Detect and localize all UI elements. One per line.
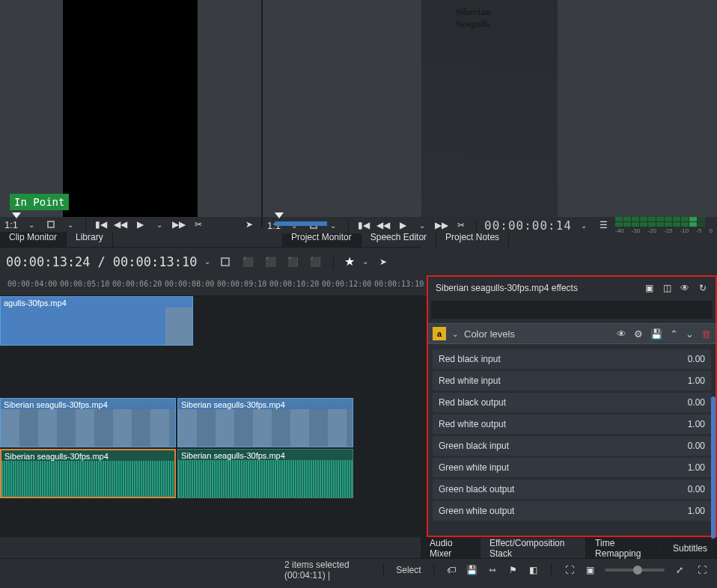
status-bar: 2 items selected (00:04:11) | Select 🏷 💾…	[0, 558, 717, 581]
timeline-sep: /	[98, 254, 106, 269]
effect-group-name: Color levels	[464, 328, 515, 340]
param-row[interactable]: Green black input0.00	[433, 436, 711, 456]
hamburger-icon[interactable]: ☰	[596, 218, 611, 233]
param-row[interactable]: Red white input1.00	[433, 371, 711, 391]
clip-video-2a[interactable]: Siberian seagulls-30fps.mp4	[0, 398, 176, 447]
forward-icon[interactable]: ▶▶	[171, 217, 186, 232]
timeline-ruler[interactable]: 00:00:04:00 00:00:05:10 00:00:06:20 00:0…	[0, 275, 427, 296]
bookmark-icon[interactable]: ◧	[528, 563, 539, 578]
play-dropdown-icon[interactable]: ⌄	[415, 218, 430, 233]
timeline-position[interactable]: 00:00:13:24	[6, 254, 91, 269]
project-monitor-transport: 1:1 ⌄ ⌄ ▮◀ ◀◀ ▶ ⌄ ▶▶ ✂ 00:00:00:14 ⌄ ☰ -…	[263, 217, 717, 233]
play-icon[interactable]: ▶	[132, 217, 147, 232]
overflow-right-icon[interactable]: ➤	[242, 217, 257, 232]
split-view-icon[interactable]: ◫	[662, 283, 672, 293]
timeline-toolbar: 00:00:13:24 / 00:00:13:10 ⌄ ⬛ ⬛ ⬛ ⬛ ★ ⌄ …	[0, 247, 421, 275]
set-in-dropdown-icon[interactable]: ⌄	[326, 218, 341, 233]
project-monitor-panel: Siberian Seagulls 1:1 ⌄ ⌄ ▮◀ ◀◀ ▶ ⌄ ▶▶ ✂…	[263, 0, 717, 226]
effects-scrollbar[interactable]	[711, 396, 716, 539]
play-dropdown-icon[interactable]: ⌄	[152, 217, 167, 232]
visibility-icon[interactable]: 👁	[680, 283, 690, 293]
clip-monitor-panel: In Point 1:1 ⌄ ⌄ ▮◀ ◀◀ ▶ ⌄ ▶▶ ✂ ➤	[0, 0, 263, 226]
tab-effect-stack[interactable]: Effect/Composition Stack	[480, 538, 586, 558]
forward-icon[interactable]: ▶▶	[434, 218, 449, 233]
save-icon[interactable]: 💾	[650, 328, 662, 340]
effects-search[interactable]	[431, 301, 713, 319]
clip-monitor-viewport[interactable]: In Point	[0, 0, 261, 217]
set-in-dropdown-icon[interactable]: ⌄	[63, 217, 78, 232]
visibility-icon[interactable]: 👁	[617, 328, 626, 340]
collapse-icon[interactable]: ⌄	[452, 330, 458, 338]
param-row[interactable]: Green white output1.00	[433, 501, 711, 521]
effect-group-header[interactable]: a ⌄ Color levels 👁 ⚙ 💾 ⌃ ⌄ 🗑	[428, 323, 716, 344]
video-title-overlay: Siberian Seagulls	[456, 6, 524, 30]
param-row[interactable]: Green white input1.00	[433, 458, 711, 477]
save-preset-icon[interactable]: ▣	[644, 283, 654, 293]
zoom-label[interactable]: 1:1	[4, 219, 18, 230]
effects-title: Siberian seagulls-30fps.mp4 effects	[436, 283, 578, 293]
flag-icon[interactable]: ⚑	[507, 563, 519, 578]
tab-time-remapping[interactable]: Time Remapping	[586, 538, 664, 558]
move-down-icon[interactable]: ⌄	[686, 328, 694, 340]
effects-header: Siberian seagulls-30fps.mp4 effects ▣ ◫ …	[428, 277, 716, 299]
favorite-icon[interactable]: ★	[344, 254, 355, 269]
favorite-dropdown-icon[interactable]: ⌄	[362, 257, 368, 266]
playhead-icon[interactable]	[275, 212, 284, 218]
scrubber-range[interactable]	[275, 221, 327, 226]
effect-params-list: Red black input0.00 Red white input1.00 …	[428, 344, 716, 536]
expand-h-icon[interactable]: ⇿	[486, 563, 498, 578]
zoom-fit-icon[interactable]: ⤢	[672, 563, 687, 578]
tool4-icon[interactable]: ⬛	[308, 254, 323, 269]
selection-status: 2 items selected (00:04:11) |	[284, 560, 371, 581]
audio-meter: -40 -30 -20 -15 -10 -5 0	[615, 217, 713, 233]
delete-icon[interactable]: 🗑	[701, 328, 711, 340]
rewind-start-icon[interactable]: ▮◀	[356, 218, 371, 233]
tool2-icon[interactable]: ⬛	[263, 254, 278, 269]
timeline[interactable]: 00:00:04:00 00:00:05:10 00:00:06:20 00:0…	[0, 275, 427, 537]
tool-mode[interactable]: Select	[396, 565, 421, 575]
reset-icon[interactable]: ↻	[698, 283, 708, 293]
play-icon[interactable]: ▶	[395, 218, 410, 233]
rewind-start-icon[interactable]: ▮◀	[94, 217, 109, 232]
save-icon[interactable]: 💾	[466, 563, 478, 578]
move-up-icon[interactable]: ⌃	[670, 328, 678, 340]
clip-audio-2[interactable]: Siberian seagulls-30fps.mp4	[177, 449, 353, 498]
tab-subtitles[interactable]: Subtitles	[664, 538, 717, 558]
playhead-icon[interactable]	[12, 212, 21, 218]
effects-panel: Siberian seagulls-30fps.mp4 effects ▣ ◫ …	[427, 275, 717, 537]
clip-video-1[interactable]: agulls-30fps.mp4	[0, 296, 193, 346]
timecode-dropdown-icon[interactable]: ⌄	[576, 218, 591, 233]
rewind-icon[interactable]: ◀◀	[376, 218, 391, 233]
keyframe-icon[interactable]: ⚙	[634, 328, 643, 340]
in-point-badge: In Point	[10, 194, 69, 210]
fullscreen-icon[interactable]: ⛶	[695, 563, 710, 578]
tab-audio-mixer[interactable]: Audio Mixer	[421, 538, 480, 558]
param-row[interactable]: Red black input0.00	[433, 349, 711, 369]
timeline-duration[interactable]: 00:00:13:10	[113, 254, 198, 269]
timeline-tracks[interactable]: agulls-30fps.mp4 Siberian seagulls-30fps…	[0, 296, 427, 537]
set-in-icon[interactable]	[43, 217, 58, 232]
rewind-icon[interactable]: ◀◀	[113, 217, 128, 232]
overflow-icon[interactable]: ➤	[376, 254, 391, 269]
param-row[interactable]: Green black output0.00	[433, 480, 711, 499]
crop-icon[interactable]: ✂	[191, 217, 206, 232]
param-row[interactable]: Red white output1.00	[433, 414, 711, 434]
tool3-icon[interactable]: ⬛	[285, 254, 300, 269]
bottom-tabs: Audio Mixer Effect/Composition Stack Tim…	[421, 537, 717, 558]
zoom-slider[interactable]	[605, 569, 665, 572]
tag-icon[interactable]: 🏷	[445, 563, 457, 578]
timecode-dropdown-icon[interactable]: ⌄	[204, 257, 210, 266]
fit-icon[interactable]: ⛶	[564, 563, 575, 578]
project-monitor-viewport[interactable]: Siberian Seagulls	[263, 0, 717, 217]
param-row[interactable]: Red black output0.00	[433, 393, 711, 412]
clip-audio-1[interactable]: Siberian seagulls-30fps.mp4	[0, 449, 176, 498]
clip-monitor-transport: 1:1 ⌄ ⌄ ▮◀ ◀◀ ▶ ⌄ ▶▶ ✂ ➤	[0, 217, 261, 232]
effect-badge: a	[433, 327, 446, 340]
crop-icon[interactable]: ✂	[454, 218, 469, 233]
clip-video-2b[interactable]: Siberian seagulls-30fps.mp4	[177, 398, 353, 447]
tool1-icon[interactable]: ⬛	[240, 254, 255, 269]
frame-icon[interactable]: ▣	[585, 563, 596, 578]
zoom-dropdown-icon[interactable]: ⌄	[24, 217, 39, 232]
grid-icon[interactable]	[218, 254, 233, 269]
project-timecode[interactable]: 00:00:00:14	[484, 218, 572, 233]
